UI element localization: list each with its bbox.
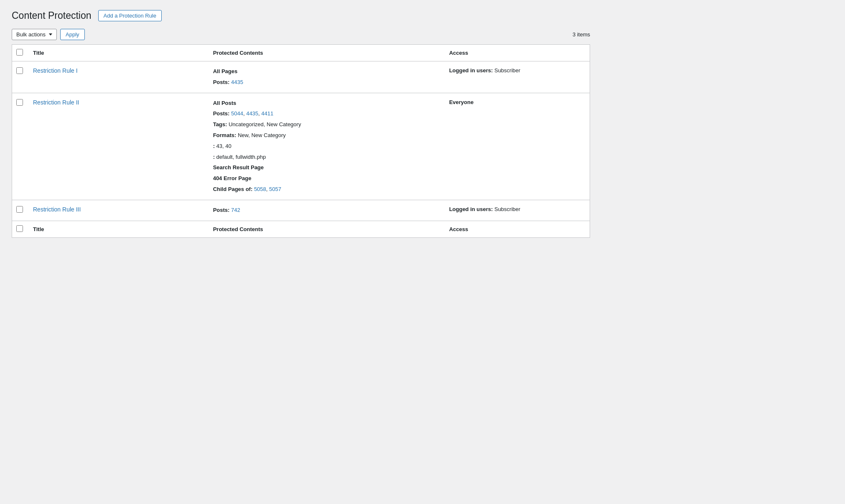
- row-checkbox-cell: [12, 93, 27, 200]
- rule-title-link[interactable]: Restriction Rule I: [33, 67, 78, 74]
- page-header: Content Protection Add a Protection Rule: [12, 10, 590, 21]
- protected-content-bold: Search Result Page: [213, 164, 264, 171]
- table-footer-row: Title Protected Contents Access: [12, 221, 590, 237]
- rule-title-cell: Restriction Rule III: [27, 200, 207, 221]
- access-cell: Logged in users: Subscriber: [443, 200, 590, 221]
- protected-link[interactable]: 5044: [231, 110, 243, 117]
- protected-label: :: [213, 154, 216, 160]
- row-checkbox-cell: [12, 61, 27, 93]
- protected-label: Posts:: [213, 110, 231, 117]
- access-column-header: Access: [443, 45, 590, 61]
- protected-content-item: : 43, 40: [213, 142, 438, 151]
- protected-content-item: Posts: 742: [213, 206, 438, 215]
- protected-content-item: Child Pages of: 5058, 5057: [213, 185, 438, 194]
- title-footer-header: Title: [27, 221, 207, 237]
- select-all-checkbox[interactable]: [16, 49, 23, 56]
- protected-content-item: All Pages: [213, 67, 438, 76]
- title-column-header: Title: [27, 45, 207, 61]
- items-count: 3 items: [573, 31, 590, 38]
- rule-title-link[interactable]: Restriction Rule III: [33, 206, 81, 213]
- protected-contents-cell: Posts: 742: [207, 200, 443, 221]
- row-checkbox-cell: [12, 200, 27, 221]
- rule-title-cell: Restriction Rule I: [27, 61, 207, 93]
- protected-label: Formats:: [213, 132, 238, 138]
- table-row: Restriction Rule IAll PagesPosts: 4435Lo…: [12, 61, 590, 93]
- protected-content-item: All Posts: [213, 99, 438, 108]
- access-cell: Everyone: [443, 93, 590, 200]
- access-label: Logged in users:: [449, 206, 493, 212]
- protected-content-bold: 404 Error Page: [213, 175, 252, 181]
- bulk-actions-label: Bulk actions: [16, 31, 46, 38]
- protected-label: Child Pages of:: [213, 186, 254, 192]
- access-label: Everyone: [449, 99, 474, 105]
- rule-title-cell: Restriction Rule II: [27, 93, 207, 200]
- protected-contents-cell: All PostsPosts: 5044, 4435, 4411Tags: Un…: [207, 93, 443, 200]
- protected-link[interactable]: 5057: [269, 186, 281, 192]
- protected-content-bold: All Pages: [213, 68, 238, 74]
- protected-contents-column-header: Protected Contents: [207, 45, 443, 61]
- protected-contents-cell: All PagesPosts: 4435: [207, 61, 443, 93]
- protected-link[interactable]: 742: [231, 207, 240, 213]
- protected-content-item: : default, fullwidth.php: [213, 153, 438, 162]
- table-header-row: Title Protected Contents Access: [12, 45, 590, 61]
- table-row: Restriction Rule IIIPosts: 742Logged in …: [12, 200, 590, 221]
- page-title: Content Protection: [12, 10, 92, 21]
- protected-content-item: Posts: 4435: [213, 78, 438, 87]
- select-all-footer-checkbox[interactable]: [16, 225, 23, 232]
- protected-content-item: Posts: 5044, 4435, 4411: [213, 109, 438, 118]
- access-footer-header: Access: [443, 221, 590, 237]
- select-all-header[interactable]: [12, 45, 27, 61]
- protected-contents-footer-header: Protected Contents: [207, 221, 443, 237]
- protected-content-item: Search Result Page: [213, 163, 438, 172]
- protected-content-bold: All Posts: [213, 100, 237, 106]
- rules-table: Title Protected Contents Access Restrict…: [12, 44, 590, 238]
- row-checkbox[interactable]: [16, 99, 23, 106]
- table-row: Restriction Rule IIAll PostsPosts: 5044,…: [12, 93, 590, 200]
- bulk-actions-dropdown[interactable]: Bulk actions: [12, 29, 57, 40]
- add-protection-rule-button[interactable]: Add a Protection Rule: [98, 10, 162, 21]
- protected-content-item: Formats: New, New Category: [213, 131, 438, 140]
- row-checkbox[interactable]: [16, 67, 23, 74]
- select-all-footer[interactable]: [12, 221, 27, 237]
- access-label: Logged in users:: [449, 67, 493, 74]
- protected-label: Posts:: [213, 79, 231, 85]
- apply-button[interactable]: Apply: [60, 29, 85, 40]
- rule-title-link[interactable]: Restriction Rule II: [33, 99, 79, 106]
- protected-label: Posts:: [213, 207, 231, 213]
- row-checkbox[interactable]: [16, 206, 23, 213]
- toolbar-left: Bulk actions Apply: [12, 29, 85, 40]
- protected-link[interactable]: 4435: [246, 110, 258, 117]
- protected-label: Tags:: [213, 121, 229, 127]
- access-cell: Logged in users: Subscriber: [443, 61, 590, 93]
- toolbar: Bulk actions Apply 3 items: [12, 29, 590, 40]
- protected-link[interactable]: 5058: [254, 186, 266, 192]
- protected-link[interactable]: 4435: [231, 79, 243, 85]
- chevron-down-icon: [49, 33, 52, 36]
- protected-content-item: Tags: Uncategorized, New Category: [213, 120, 438, 129]
- protected-content-item: 404 Error Page: [213, 174, 438, 183]
- protected-label: :: [213, 143, 216, 149]
- protected-link[interactable]: 4411: [261, 110, 273, 117]
